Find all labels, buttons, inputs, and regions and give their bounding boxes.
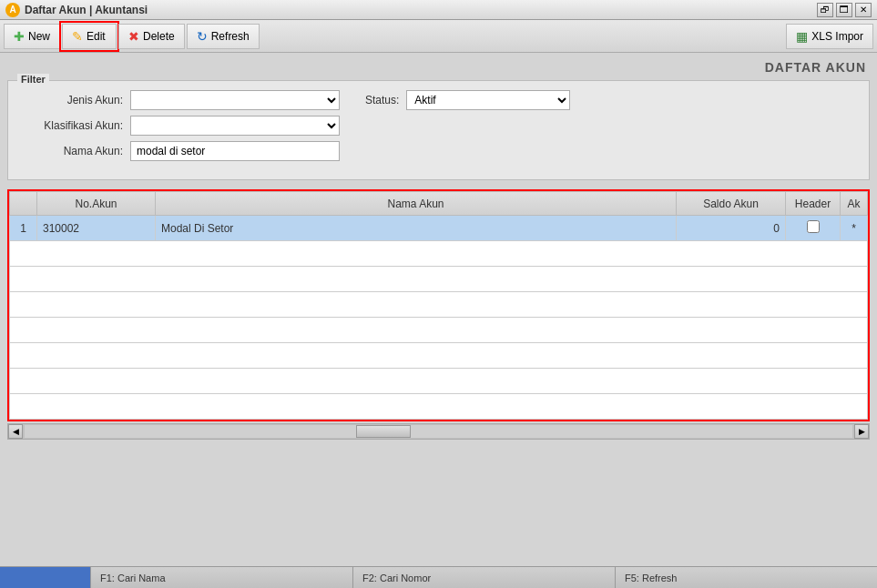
filter-row-nama: Nama Akun:	[23, 141, 854, 161]
delete-icon: ✖	[128, 29, 139, 44]
col-header-no	[10, 192, 37, 216]
status-select[interactable]: Aktif Tidak Aktif	[406, 90, 570, 110]
data-table: No.Akun Nama Akun Saldo Akun Header Ak 1…	[9, 191, 868, 420]
nama-akun-label: Nama Akun:	[23, 145, 123, 157]
saldo-akun-cell: 0	[677, 216, 786, 241]
table-row-empty7	[10, 394, 868, 420]
xls-icon: ▦	[796, 29, 808, 44]
scroll-right-button[interactable]: ▶	[854, 424, 869, 439]
window-title: Daftar Akun | Akuntansi	[25, 4, 148, 16]
klasifikasi-akun-select[interactable]	[130, 116, 340, 136]
table-row-empty6	[10, 369, 868, 394]
table-header-row: No.Akun Nama Akun Saldo Akun Header Ak	[10, 192, 868, 216]
toolbar: ✚ New ✎ Edit ✖ Delete ↻ Refresh ▦ XLS Im…	[0, 20, 877, 53]
filter-row-jenis: Jenis Akun: Status: Aktif Tidak Aktif	[23, 90, 854, 110]
main-area: DAFTAR AKUN Filter Jenis Akun: Status: A…	[0, 53, 877, 566]
edit-button[interactable]: ✎ Edit	[62, 24, 117, 49]
table-row-empty	[10, 241, 868, 267]
table-row[interactable]: 1 310002 Modal Di Setor 0 *	[10, 216, 868, 241]
table-row-empty3	[10, 292, 868, 318]
filter-legend: Filter	[17, 74, 49, 85]
col-header-header: Header	[786, 192, 841, 216]
filter-row-klasifikasi: Klasifikasi Akun:	[23, 116, 854, 136]
status-label: Status:	[365, 94, 399, 106]
col-header-saldo-akun: Saldo Akun	[677, 192, 786, 216]
nama-akun-cell: Modal Di Setor	[156, 216, 677, 241]
filter-section: Filter Jenis Akun: Status: Aktif Tidak A…	[7, 80, 870, 180]
ak-cell: *	[841, 216, 868, 241]
restore-button[interactable]: 🗗	[817, 3, 833, 17]
status-item-3: F2: Cari Nomor	[353, 567, 616, 588]
jenis-akun-label: Jenis Akun:	[23, 94, 123, 106]
title-bar: A Daftar Akun | Akuntansi 🗗 🗖 ✕	[0, 0, 877, 20]
status-item-4: F5: Refresh	[616, 567, 877, 588]
col-header-no-akun: No.Akun	[37, 192, 156, 216]
new-button[interactable]: ✚ New	[4, 24, 60, 49]
scroll-left-button[interactable]: ◀	[8, 424, 23, 439]
table-row-empty4	[10, 318, 868, 343]
delete-button[interactable]: ✖ Delete	[118, 24, 185, 49]
header-checkbox[interactable]	[807, 220, 820, 233]
status-bar: F1: Cari Nama F2: Cari Nomor F5: Refresh	[0, 566, 877, 588]
close-button[interactable]: ✕	[855, 3, 872, 17]
page-title: DAFTAR AKUN	[7, 60, 870, 75]
horizontal-scrollbar[interactable]: ◀ ▶	[7, 423, 870, 440]
app-icon: A	[5, 3, 20, 17]
data-table-container: No.Akun Nama Akun Saldo Akun Header Ak 1…	[7, 189, 870, 421]
klasifikasi-akun-label: Klasifikasi Akun:	[23, 119, 123, 132]
status-item-1	[0, 567, 91, 588]
table-row-empty2	[10, 267, 868, 292]
jenis-akun-select[interactable]	[130, 90, 340, 110]
no-akun-cell: 310002	[37, 216, 156, 241]
edit-icon: ✎	[72, 29, 83, 44]
new-icon: ✚	[14, 29, 25, 44]
scroll-track[interactable]	[25, 425, 852, 438]
maximize-button[interactable]: 🗖	[836, 3, 852, 17]
scroll-thumb[interactable]	[356, 425, 411, 438]
status-item-2: F1: Cari Nama	[91, 567, 353, 588]
refresh-button[interactable]: ↻ Refresh	[187, 24, 260, 49]
col-header-ak: Ak	[841, 192, 868, 216]
nama-akun-input[interactable]	[130, 141, 340, 161]
refresh-icon: ↻	[197, 29, 208, 44]
row-num: 1	[10, 216, 37, 241]
table-row-empty5	[10, 343, 868, 369]
col-header-nama-akun: Nama Akun	[156, 192, 677, 216]
xls-import-button[interactable]: ▦ XLS Impor	[786, 24, 873, 49]
header-cell	[786, 216, 841, 241]
